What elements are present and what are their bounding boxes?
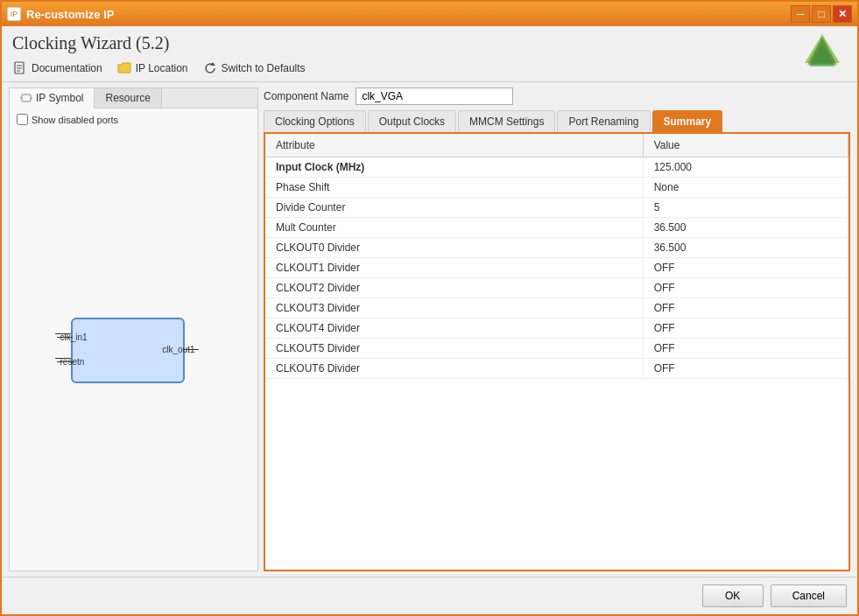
tab-ip-symbol[interactable]: IP Symbol <box>10 88 95 108</box>
col-attribute: Attribute <box>265 134 643 158</box>
left-panel: IP Symbol Resource Show disabled ports <box>9 88 258 571</box>
window-icon: IP <box>7 7 21 21</box>
cell-value: OFF <box>643 359 848 379</box>
cell-value: 5 <box>643 198 848 218</box>
titlebar-left: IP Re-customize IP <box>7 7 114 21</box>
titlebar-buttons: ─ □ ✕ <box>791 5 852 23</box>
minimize-button[interactable]: ─ <box>791 5 810 23</box>
svg-rect-8 <box>22 94 31 102</box>
main-window: IP Re-customize IP ─ □ ✕ Clocking Wizard… <box>0 0 859 616</box>
port-label-resetn: resetn <box>60 357 85 367</box>
summary-panel: Attribute Value Input Clock (MHz)125.000… <box>264 134 850 571</box>
component-name-label: Component Name <box>264 90 349 102</box>
table-row: Mult Counter36.500 <box>265 218 848 238</box>
component-name-input[interactable] <box>356 88 513 105</box>
toolbar-ip-location[interactable]: IP Location <box>116 60 188 76</box>
bottom-bar: OK Cancel <box>2 577 857 614</box>
tab-mmcm-settings-label: MMCM Settings <box>469 116 544 128</box>
table-row: Phase ShiftNone <box>265 178 848 198</box>
table-row: CLKOUT0 Divider36.500 <box>265 238 848 258</box>
cell-attribute: CLKOUT0 Divider <box>265 238 643 258</box>
toolbar-documentation[interactable]: Documentation <box>12 60 102 76</box>
table-row: CLKOUT4 DividerOFF <box>265 318 848 339</box>
doc-icon <box>12 60 28 76</box>
tab-clocking-options[interactable]: Clocking Options <box>264 110 366 132</box>
table-row: CLKOUT2 DividerOFF <box>265 278 848 298</box>
resource-tab-label: Resource <box>105 92 150 104</box>
tab-port-renaming[interactable]: Port Renaming <box>557 110 650 132</box>
cell-attribute: Phase Shift <box>265 178 643 198</box>
titlebar: IP Re-customize IP ─ □ ✕ <box>2 2 857 26</box>
cell-attribute: CLKOUT5 Divider <box>265 339 643 359</box>
ip-block: clk_in1 resetn clk_out1 <box>71 318 185 383</box>
cell-attribute: CLKOUT3 Divider <box>265 298 643 318</box>
tab-output-clocks[interactable]: Output Clocks <box>368 110 456 132</box>
tab-resource[interactable]: Resource <box>95 88 161 108</box>
cell-attribute: Divide Counter <box>265 198 643 218</box>
folder-icon <box>116 60 132 76</box>
toolbar-switch-defaults[interactable]: Switch to Defaults <box>202 60 306 76</box>
show-disabled-checkbox[interactable] <box>17 114 28 125</box>
cell-attribute: CLKOUT6 Divider <box>265 359 643 379</box>
tab-port-renaming-label: Port Renaming <box>568 116 638 128</box>
cell-value: OFF <box>643 318 848 339</box>
maximize-button[interactable]: □ <box>812 5 831 23</box>
content-area: IP Symbol Resource Show disabled ports <box>2 82 857 577</box>
tab-output-clocks-label: Output Clocks <box>379 116 445 128</box>
cell-value: None <box>643 178 848 198</box>
close-button[interactable]: ✕ <box>833 5 852 23</box>
documentation-label: Documentation <box>32 62 102 74</box>
table-row: Divide Counter5 <box>265 198 848 218</box>
show-disabled-row: Show disabled ports <box>10 108 257 130</box>
table-row: CLKOUT6 DividerOFF <box>265 359 848 379</box>
right-panel: Component Name Clocking Options Output C… <box>264 88 850 571</box>
cell-value: 125.000 <box>643 158 848 178</box>
port-label-clk-in1: clk_in1 <box>60 332 88 342</box>
cell-value: OFF <box>643 258 848 278</box>
cell-attribute: CLKOUT1 Divider <box>265 258 643 278</box>
summary-table: Attribute Value Input Clock (MHz)125.000… <box>265 134 848 379</box>
tabs-container: Clocking Options Output Clocks MMCM Sett… <box>264 110 850 134</box>
table-row: CLKOUT3 DividerOFF <box>265 298 848 318</box>
window-title: Re-customize IP <box>26 8 114 21</box>
component-name-row: Component Name <box>264 88 850 105</box>
table-row: Input Clock (MHz)125.000 <box>265 158 848 178</box>
tab-summary[interactable]: Summary <box>652 110 723 132</box>
col-value: Value <box>643 134 848 158</box>
ip-symbol-tab-label: IP Symbol <box>36 92 83 104</box>
app-header: Clocking Wizard (5.2) <box>2 26 857 57</box>
table-row: CLKOUT5 DividerOFF <box>265 339 848 359</box>
switch-defaults-label: Switch to Defaults <box>222 62 306 74</box>
ok-button[interactable]: OK <box>702 584 764 607</box>
cancel-button[interactable]: Cancel <box>771 584 847 607</box>
main-content: Clocking Wizard (5.2) Documen <box>2 26 857 614</box>
tab-summary-label: Summary <box>664 116 712 128</box>
cell-value: 36.500 <box>643 218 848 238</box>
cell-attribute: CLKOUT4 Divider <box>265 318 643 339</box>
show-disabled-label: Show disabled ports <box>32 115 118 125</box>
tab-mmcm-settings[interactable]: MMCM Settings <box>458 110 555 132</box>
ip-symbol-area: clk_in1 resetn clk_out1 <box>10 130 257 570</box>
app-title: Clocking Wizard (5.2) <box>12 33 169 53</box>
xilinx-logo <box>800 30 844 74</box>
ip-location-label: IP Location <box>136 62 188 74</box>
cell-value: OFF <box>643 278 848 298</box>
cell-value: OFF <box>643 298 848 318</box>
ip-symbol-icon <box>20 92 32 104</box>
cell-attribute: Input Clock (MHz) <box>265 158 643 178</box>
svg-marker-2 <box>807 37 837 65</box>
tab-clocking-options-label: Clocking Options <box>275 116 355 128</box>
cell-value: 36.500 <box>643 238 848 258</box>
refresh-icon <box>202 60 218 76</box>
cell-attribute: CLKOUT2 Divider <box>265 278 643 298</box>
port-label-clk-out1: clk_out1 <box>162 345 194 354</box>
left-panel-tabs: IP Symbol Resource <box>10 88 257 108</box>
cell-value: OFF <box>643 339 848 359</box>
toolbar: Documentation IP Location Switch to D <box>2 57 857 82</box>
cell-attribute: Mult Counter <box>265 218 643 238</box>
table-row: CLKOUT1 DividerOFF <box>265 258 848 278</box>
